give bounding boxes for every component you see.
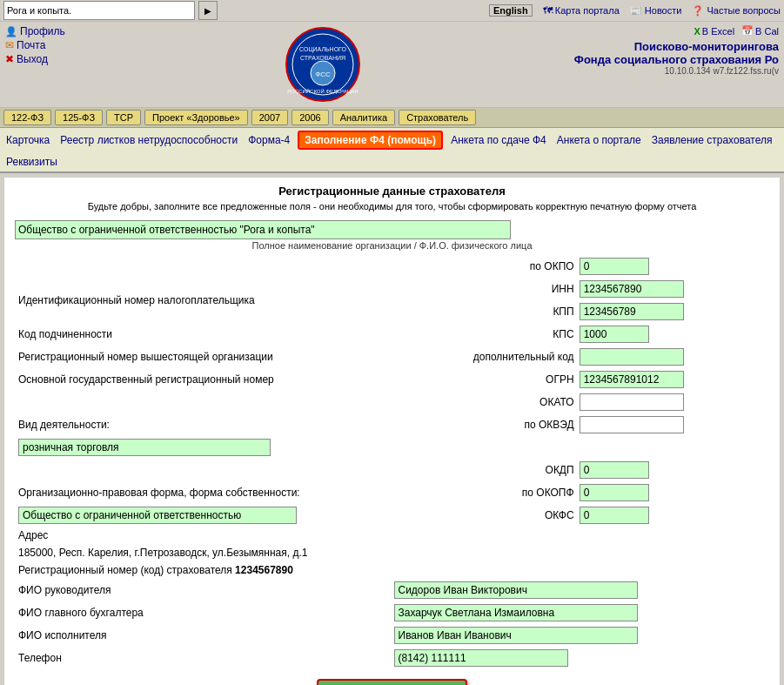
tab-analytics[interactable]: Аналитика [332, 110, 395, 125]
subnav-zapolnenie[interactable]: Заполнение Ф4 (помощь) [298, 131, 443, 150]
subnav-anketa-portal[interactable]: Анкета о портале [554, 133, 644, 147]
address-value-row: 185000, Респ. Карелия, г.Петрозаводск, у… [17, 545, 767, 561]
okopf-input[interactable] [580, 484, 649, 501]
inn-label: ИНН [392, 279, 576, 299]
cal-link[interactable]: 📅 В Cal [741, 25, 779, 37]
tab-2006[interactable]: 2006 [291, 110, 328, 125]
top-nav-links: English 🗺 Карта портала 📰 Новости ❓ Част… [489, 4, 781, 17]
exit-link[interactable]: ✖ Выход [5, 53, 110, 65]
subnav-zayavlenie[interactable]: Заявление страхователя [649, 133, 775, 147]
search-area: ▶ [3, 1, 218, 20]
sub-code-label: Код подчиненности [17, 324, 391, 345]
kps-input[interactable] [580, 326, 649, 343]
faq-link[interactable]: ❓ Частые вопросы [692, 5, 781, 17]
top-nav-row: ▶ English 🗺 Карта портала 📰 Новости ❓ Ча… [0, 0, 784, 22]
okpo-row: по ОКПО [17, 256, 767, 277]
tab-122fz[interactable]: 122-ФЗ [3, 110, 51, 125]
inn-row: Идентификационный номер налогоплательщик… [17, 279, 767, 299]
org-form-input[interactable] [18, 507, 297, 524]
subnav-anketa-sdacha[interactable]: Анкета по сдаче Ф4 [448, 133, 549, 147]
taxpayer-label: Идентификационный номер налогоплательщик… [17, 279, 391, 322]
subnav-rekvizity[interactable]: Реквизиты [3, 155, 60, 169]
okpo-label: по ОКПО [392, 256, 576, 277]
head-input[interactable] [394, 581, 638, 599]
tab-zdorovye[interactable]: Проект «Здоровье» [144, 110, 248, 125]
server-ip: 10.10.0.134 w7.fz122.fss.ru(v [535, 66, 779, 76]
tab-tcp[interactable]: TCP [106, 110, 141, 125]
nav-tabs-bar: 122-ФЗ 125-ФЗ TCP Проект «Здоровье» 2007… [0, 108, 784, 128]
kps-row: Код подчиненности КПС [17, 324, 767, 345]
save-button[interactable]: ▶ Сохранить [317, 679, 468, 685]
okato-input[interactable] [580, 393, 684, 411]
orgform-label-row: Организационно-правовая форма, форма соб… [17, 482, 767, 503]
sub-nav-bar: Карточка Реестр листков нетрудоспособнос… [0, 128, 784, 173]
empty-left3 [17, 460, 391, 480]
mail-icon: ✉ [5, 39, 14, 51]
okato-row: ОКАТО [17, 392, 767, 413]
excel-link[interactable]: X В Excel [694, 25, 734, 37]
portal-map-link[interactable]: 🗺 Карта портала [543, 5, 620, 16]
executor-row: ФИО исполнителя [17, 625, 767, 646]
subnav-kartochka[interactable]: Карточка [3, 133, 52, 147]
search-input[interactable] [3, 1, 195, 20]
chief-acc-row: ФИО главного бухгалтера [17, 602, 767, 623]
ogrn-input[interactable] [580, 371, 684, 388]
okato-label: ОКАТО [392, 392, 576, 413]
reg-code-label: Регистрационный номер (код) страхователя [18, 564, 232, 576]
inn-input[interactable] [580, 280, 684, 298]
orgform-value-row: ОКФС [17, 505, 767, 526]
chief-acc-input[interactable] [394, 604, 638, 621]
okdp-label: ОКДП [392, 460, 576, 480]
subnav-forma4[interactable]: Форма-4 [245, 133, 292, 147]
okfs-input[interactable] [580, 507, 649, 524]
activity-input[interactable] [18, 439, 271, 456]
reg-num-parent-label: Регистрационный номер вышестоящей органи… [17, 346, 391, 367]
page-title: Регистрационные данные страхователя [15, 185, 769, 198]
lang-selector[interactable]: English [489, 4, 533, 17]
okdp-input[interactable] [580, 461, 649, 479]
ogrn-row: Основной государственный регистрационный… [17, 369, 767, 390]
tab-125fz[interactable]: 125-ФЗ [55, 110, 103, 125]
reg-code-value: 1234567890 [235, 564, 293, 576]
tab-2007[interactable]: 2007 [251, 110, 288, 125]
site-title-2: Фонда социального страхования Ро [535, 53, 779, 66]
address-text: 185000, Респ. Карелия, г.Петрозаводск, у… [18, 547, 307, 559]
kpp-label: КПП [392, 301, 576, 322]
okved-input[interactable] [580, 416, 684, 433]
cal-icon: 📅 [741, 25, 754, 37]
subnav-reestr[interactable]: Реестр листков нетрудоспособности [57, 133, 240, 147]
head-row: ФИО руководителя [17, 580, 767, 601]
main-state-reg-label: Основной государственный регистрационный… [17, 369, 391, 390]
kpp-input[interactable] [580, 303, 684, 320]
add-code-label: дополнительный код [392, 346, 576, 367]
search-go-button[interactable]: ▶ [198, 1, 218, 20]
profile-link[interactable]: 👤 Профиль [5, 25, 110, 37]
logo-area: СОЦИАЛЬНОГО СТРАХОВАНИЯ ФСС РОССИЙСКОЙ Ф… [110, 25, 535, 104]
svg-text:ФСС: ФСС [315, 71, 331, 78]
chief-acc-label: ФИО главного бухгалтера [17, 602, 391, 623]
main-content: Регистрационные данные страхователя Будь… [3, 177, 781, 685]
okved-label: по ОКВЭД [392, 414, 576, 435]
okfs-label: ОКФС [392, 505, 576, 526]
okpo-input[interactable] [580, 258, 649, 275]
svg-text:РОССИЙСКОЙ ФЕДЕРАЦИИ: РОССИЙСКОЙ ФЕДЕРАЦИИ [287, 89, 358, 94]
form-table: по ОКПО Идентификационный номер налогопл… [15, 254, 769, 670]
activity-value-row [17, 437, 767, 458]
org-name-section: Полное наименование организации / Ф.И.О.… [15, 220, 769, 251]
address-label: Адрес [17, 527, 767, 543]
add-code-input[interactable] [580, 348, 684, 366]
header-area: 👤 Профиль ✉ Почта ✖ Выход СОЦИАЛЬНОГО СТ… [0, 22, 784, 108]
org-name-input[interactable] [15, 220, 511, 239]
tab-strakhovatel[interactable]: Страхователь [399, 110, 476, 125]
kps-label: КПС [392, 324, 576, 345]
mail-link[interactable]: ✉ Почта [5, 39, 110, 51]
news-link[interactable]: 📰 Новости [630, 5, 682, 17]
reg-code-row: Регистрационный номер (код) страхователя… [17, 562, 767, 578]
svg-text:СТРАХОВАНИЯ: СТРАХОВАНИЯ [299, 55, 345, 61]
phone-input[interactable] [394, 649, 568, 667]
activity-label: Вид деятельности: [17, 414, 391, 435]
executor-input[interactable] [394, 627, 638, 644]
org-form-label: Организационно-правовая форма, форма соб… [17, 482, 391, 503]
empty-left2 [17, 392, 391, 413]
site-title-1: Поисково-мониторингова [535, 40, 779, 53]
